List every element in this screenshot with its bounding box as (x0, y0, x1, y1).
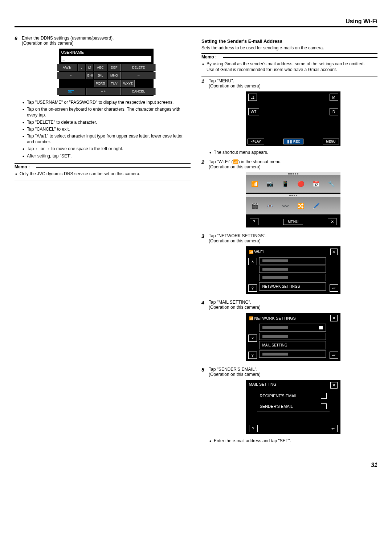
step-number: 2 (201, 159, 209, 231)
kb-at-button[interactable]: @ (86, 64, 93, 71)
help-icon[interactable]: ? (250, 218, 258, 225)
kb-abc-button[interactable]: ABC (94, 64, 107, 71)
menu-button[interactable]: MENU (323, 139, 339, 144)
list-item[interactable] (259, 274, 326, 281)
shortcut-icon[interactable]: 📱 (278, 177, 293, 191)
bullet-item: Tap on the on-screen keyboard to enter c… (27, 106, 191, 118)
kb-wxyz-button[interactable]: WXYZ (122, 80, 135, 87)
step-subtext: (Operation on this camera) (22, 41, 191, 46)
list-item[interactable] (259, 266, 326, 273)
step-subtext: (Operation on this camera) (209, 164, 377, 169)
memo-bullet: By using Gmail as the sender's mail addr… (207, 61, 377, 73)
step-text: Tap "Wi-Fi" (📶) in the shortcut menu. (209, 159, 377, 164)
back-icon[interactable]: ↩ (330, 352, 338, 359)
bullet-item: Tap "DELETE" to delete a character. (27, 119, 191, 125)
recipient-email-item[interactable]: RECIPIENT'S EMAIL (257, 391, 330, 401)
shortcut-icon[interactable]: 🎬 (248, 198, 262, 213)
shortcut-icon[interactable]: 🔀 (294, 198, 308, 213)
step-text: Tap "NETWORK SETTINGS". (209, 233, 377, 238)
wt-button[interactable]: WT (248, 108, 259, 115)
network-settings-item[interactable]: NETWORK SETTINGS (259, 282, 326, 291)
keyboard-input[interactable]: _ (61, 56, 151, 62)
kb-mode-button[interactable]: A/a/1/ (57, 64, 77, 71)
kb-pqrs-button[interactable]: PQRS (94, 80, 107, 87)
bullet-item: Enter the e-mail address and tap "SET". (214, 438, 377, 444)
mail-setting-item[interactable]: MAIL SETTING (259, 341, 326, 349)
kb-cancel-button[interactable]: CANCEL (122, 88, 156, 95)
header-underline (15, 28, 377, 28)
kb-tuv-button[interactable]: TUV (108, 80, 121, 87)
close-icon[interactable]: ✕ (330, 315, 338, 321)
shortcut-icon[interactable]: 👓 (263, 198, 277, 213)
step-subtext: (Operation on this camera) (209, 305, 377, 310)
kb-left-button[interactable]: ← (57, 72, 85, 79)
step-number: 1 (201, 78, 209, 157)
help-icon[interactable]: ? (249, 425, 258, 432)
section-title: Setting the Sender's E-mail Address (201, 38, 377, 44)
rec-button[interactable]: ❚❚ REC (283, 139, 304, 144)
kb-delete-button[interactable]: DELETE (122, 64, 156, 71)
help-icon[interactable]: ? (248, 284, 257, 292)
back-icon[interactable]: ↩ (329, 425, 338, 432)
kb-dot-button[interactable]: . (78, 64, 85, 71)
bullet-item: The shortcut menu appears. (214, 149, 377, 155)
network-settings-screen: NETWORK SETTINGS ✕ ∨ ? MAIL SETTING (246, 313, 340, 361)
m-button[interactable]: M (330, 94, 338, 101)
shortcut-icon[interactable]: 🔧 (324, 177, 339, 191)
memo-heading: Memo : (15, 163, 191, 169)
keyboard-screen: USERNAME _ A/a/1/ . @ ABC DEF DELETE ← G… (59, 49, 154, 96)
close-icon[interactable]: ✕ (330, 382, 338, 389)
d-button[interactable]: D (330, 108, 338, 115)
play-button[interactable]: «PLAY (248, 139, 264, 144)
kb-set-button[interactable]: SET (57, 88, 85, 95)
step-number: 6 (15, 36, 22, 160)
help-icon[interactable]: ? (248, 352, 257, 359)
kb-ghi-button[interactable]: GHI (86, 72, 93, 79)
page-number: 31 (15, 462, 377, 468)
list-item[interactable] (259, 333, 326, 340)
back-icon[interactable]: ↩ (330, 284, 338, 292)
shortcut-icon[interactable]: 📅 (309, 177, 323, 191)
down-icon[interactable]: ∨ (248, 335, 257, 342)
step-text: Enter the DDNS settings (username/passwo… (22, 36, 191, 41)
shortcut-icon[interactable]: 🔴 (294, 177, 308, 191)
memo-bullet: Only the JVC dynamic DNS service can be … (20, 171, 191, 177)
bullet-item: Tap "USERNAME" or "PASSWORD" to display … (27, 99, 191, 105)
wifi-list-screen: Wi-Fi ✕ ∧ ? NETWORK SETTINGS (246, 246, 340, 294)
menu-button[interactable]: MENU (283, 219, 303, 225)
bullet-item: Tap "A/a/1" to select character input ty… (27, 133, 191, 145)
kb-def-button[interactable]: DEF (108, 64, 121, 71)
close-icon[interactable]: ✕ (330, 249, 338, 255)
wifi-icon (249, 250, 253, 254)
bullet-item: After setting, tap "SET". (27, 153, 191, 159)
step-text: Tap "MAIL SETTING". (209, 300, 377, 305)
bullet-item: Tap ← or → to move one space to the left… (27, 146, 191, 152)
kb-jkl-button[interactable]: JKL (94, 72, 107, 79)
photo-icon[interactable]: 🏞 (248, 94, 257, 101)
step-number: 3 (201, 233, 209, 297)
memo-heading: Memo : (201, 53, 377, 59)
shortcut-icon[interactable]: 〰️ (278, 198, 293, 213)
list-item[interactable] (259, 324, 326, 332)
close-icon[interactable]: ✕ (328, 218, 336, 225)
left-column: 6 Enter the DDNS settings (username/pass… (15, 36, 191, 447)
up-icon[interactable]: ∧ (248, 258, 257, 265)
shortcut-icon[interactable]: 📷 (263, 177, 277, 191)
sender-email-item[interactable]: SENDER'S EMAIL (257, 401, 330, 412)
list-item[interactable] (259, 257, 326, 264)
kb-sym-button[interactable]: − + (86, 88, 121, 95)
step-number: 5 (201, 367, 209, 445)
mail-setting-screen: MAIL SETTING ✕ RECIPIENT'S EMAIL SENDER'… (246, 380, 340, 434)
page-header: Using Wi-Fi (15, 18, 377, 27)
step-subtext: (Operation on this camera) (209, 238, 377, 243)
shortcut-icon[interactable]: 🖊️ (309, 198, 323, 213)
camera-main-screen: 🏞 M WT D «PLAY ❚❚ REC MENU (246, 91, 340, 146)
step-number: 4 (201, 300, 209, 365)
list-item[interactable] (259, 350, 326, 358)
kb-mno-button[interactable]: MNO (108, 72, 121, 79)
kb-right-button[interactable]: → (122, 72, 156, 79)
step-text: Tap "MENU". (209, 78, 377, 83)
wifi-icon[interactable]: 📶 (248, 177, 262, 191)
step-subtext: (Operation on this camera) (209, 372, 377, 377)
step-text: Tap "SENDER'S EMAIL". (209, 367, 377, 372)
